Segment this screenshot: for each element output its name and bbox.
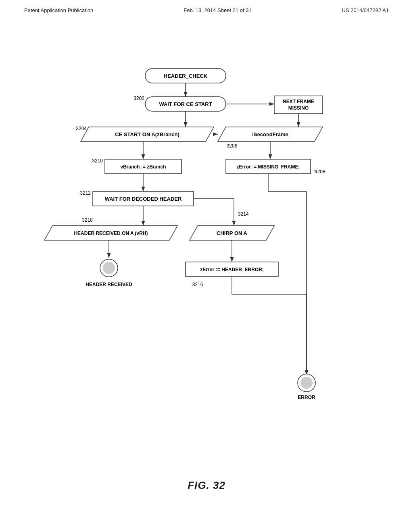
diagram-area: HEADER_CHECK WAIT FOR CE START 3202 NEXT… bbox=[0, 56, 413, 419]
svg-text:3212: 3212 bbox=[80, 190, 91, 196]
svg-text:NEXT FRAME: NEXT FRAME bbox=[283, 99, 314, 104]
page-header: Patent Application Publication Feb. 13, … bbox=[0, 0, 413, 13]
svg-text:CE START ON A(zBranch): CE START ON A(zBranch) bbox=[115, 131, 179, 137]
header-middle: Feb. 13, 2014 Sheet 21 of 31 bbox=[184, 7, 251, 13]
svg-text:HEADER RECEIVED: HEADER RECEIVED bbox=[86, 282, 132, 287]
header-right: US 2014/047282 A1 bbox=[342, 7, 389, 13]
svg-point-45 bbox=[103, 262, 115, 274]
svg-text:iSecondFrame: iSecondFrame bbox=[252, 131, 288, 137]
svg-text:vBranch := zBranch: vBranch := zBranch bbox=[120, 164, 166, 170]
svg-text:HEADER RECEIVED ON A (vRH): HEADER RECEIVED ON A (vRH) bbox=[74, 231, 148, 236]
svg-text:zError := HEADER_ERROR;: zError := HEADER_ERROR; bbox=[200, 267, 264, 272]
svg-text:HEADER_CHECK: HEADER_CHECK bbox=[164, 73, 208, 79]
svg-text:CHIRP ON A: CHIRP ON A bbox=[217, 230, 247, 236]
svg-text:WAIT FOR CE START: WAIT FOR CE START bbox=[159, 101, 212, 107]
svg-text:zError := MISSING_FRAME;: zError := MISSING_FRAME; bbox=[236, 164, 300, 170]
figure-caption: FIG. 32 bbox=[188, 479, 225, 492]
svg-text:3210: 3210 bbox=[92, 158, 103, 164]
svg-text:3218: 3218 bbox=[82, 217, 93, 223]
svg-point-54 bbox=[300, 377, 313, 389]
svg-text:ERROR: ERROR bbox=[298, 395, 315, 400]
flowchart-svg: HEADER_CHECK WAIT FOR CE START 3202 NEXT… bbox=[0, 56, 413, 419]
svg-text:3202: 3202 bbox=[133, 96, 144, 101]
header-left: Patent Application Publication bbox=[24, 7, 93, 13]
svg-text:WAIT FOR DECODED HEADER: WAIT FOR DECODED HEADER bbox=[105, 196, 182, 202]
svg-text:3214: 3214 bbox=[238, 211, 249, 217]
svg-text:MISSING: MISSING bbox=[288, 105, 309, 111]
svg-text:3204: 3204 bbox=[76, 126, 87, 131]
svg-text:3206: 3206 bbox=[227, 143, 238, 149]
svg-text:3216: 3216 bbox=[192, 282, 203, 287]
